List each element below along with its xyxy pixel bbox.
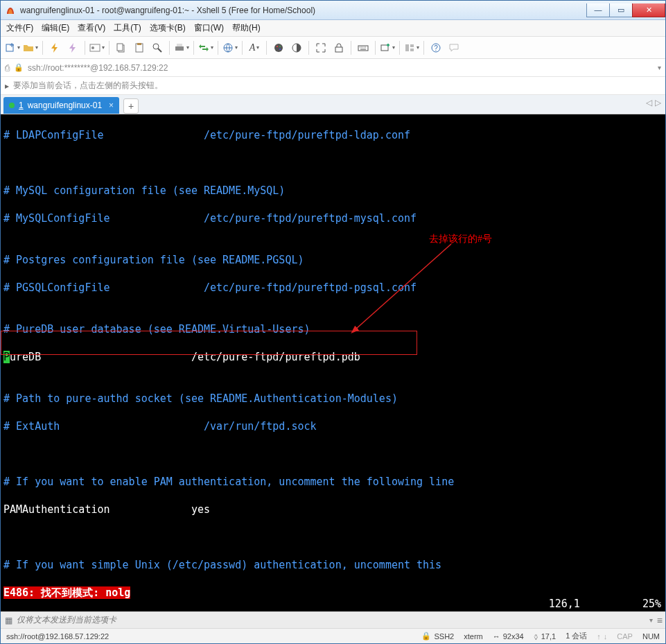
fullscreen-button[interactable]	[313, 40, 328, 55]
newtab-icon	[380, 42, 391, 53]
keyboard-button[interactable]	[356, 40, 371, 55]
status-cap: CAP	[617, 632, 633, 641]
term-line: # If you want to enable PAM authenticati…	[3, 476, 454, 488]
ssh-lock-icon: 🔒	[421, 632, 431, 641]
status-protocol: SSH2	[434, 632, 454, 641]
menu-tools[interactable]: 工具(T)	[114, 22, 141, 34]
hint-bar: ▸ 要添加当前会话，点击左侧的箭头按钮。	[1, 77, 665, 95]
resize-grip-icon[interactable]: ≡	[657, 615, 661, 626]
svg-rect-21	[410, 49, 414, 51]
svg-rect-16	[335, 47, 342, 52]
addr-add-icon[interactable]: ⎙	[5, 63, 10, 73]
title-bar[interactable]: wangruifenglinux-01 - root@wangruifeng-0…	[1, 1, 665, 20]
svg-rect-8	[175, 46, 184, 51]
printer-icon	[174, 42, 185, 53]
menu-window[interactable]: 窗口(W)	[194, 22, 224, 34]
maximize-button[interactable]: ▭	[609, 3, 633, 17]
tab-bar: 1 wangruifenglinux-01 × + ◁ ▷	[1, 95, 665, 114]
address-bar: ⎙ 🔒 ssh://root:********@192.168.57.129:2…	[1, 59, 665, 77]
term-line: # Postgres configuration file (see READM…	[3, 254, 304, 266]
addtab-button[interactable]	[380, 40, 395, 55]
terminal-area[interactable]: # LDAPConfigFile /etc/pure-ftpd/pureftpd…	[1, 114, 665, 611]
addr-lock-icon: 🔒	[14, 63, 24, 72]
svg-point-12	[277, 46, 278, 47]
minimize-button[interactable]: —	[586, 3, 610, 17]
term-line-highlight: PureDB /etc/pure-ftpd/pureftpd.pdb	[3, 351, 360, 363]
lock-button[interactable]	[331, 40, 347, 55]
font-button[interactable]: A	[247, 40, 262, 55]
reconnect-button[interactable]	[47, 40, 62, 55]
tab-next-icon[interactable]: ▷	[655, 98, 661, 107]
folder-icon	[23, 42, 34, 53]
up-icon[interactable]: ↑	[597, 632, 601, 641]
fullscreen-icon	[315, 42, 326, 53]
menu-tabs[interactable]: 选项卡(B)	[150, 22, 186, 34]
svg-point-11	[274, 44, 283, 52]
hint-arrow-icon[interactable]: ▸	[5, 81, 9, 91]
status-num: NUM	[642, 632, 660, 641]
status-size: 92x34	[503, 632, 524, 641]
error-line: E486: 找不到模式: nolg	[3, 586, 130, 599]
svg-point-14	[279, 49, 281, 50]
status-rowcol: 17,1	[541, 632, 556, 641]
status-term: xterm	[464, 632, 483, 641]
svg-rect-19	[405, 44, 409, 51]
theme-button[interactable]	[289, 40, 304, 55]
term-line: # MySQLConfigFile /etc/pure-ftpd/pureftp…	[3, 212, 417, 225]
status-dot-icon	[9, 103, 15, 108]
svg-rect-18	[381, 45, 388, 51]
tab-close-icon[interactable]: ×	[106, 101, 114, 110]
addr-dropdown[interactable]: ▾	[658, 64, 661, 71]
menu-view[interactable]: 查看(V)	[78, 22, 105, 34]
menu-edit[interactable]: 编辑(E)	[42, 22, 69, 34]
annotation-label: 去掉该行的#号	[429, 232, 492, 246]
open-button[interactable]	[23, 40, 38, 55]
svg-point-7	[153, 44, 159, 49]
help-button[interactable]: ?	[428, 40, 444, 55]
paste-icon	[134, 42, 145, 53]
new-tab-button[interactable]: +	[123, 98, 139, 114]
menu-bar: 文件(F) 编辑(E) 查看(V) 工具(T) 选项卡(B) 窗口(W) 帮助(…	[1, 20, 665, 37]
svg-point-2	[91, 46, 94, 49]
term-line: # LDAPConfigFile /etc/pure-ftpd/pureftpd…	[3, 129, 410, 141]
layout-icon	[404, 42, 415, 53]
search-button[interactable]	[150, 40, 165, 55]
vim-status-right: 126,1 25%	[549, 597, 661, 611]
compose-dropdown[interactable]: ▾	[649, 616, 653, 624]
down-icon[interactable]: ↓	[604, 632, 608, 641]
globe-button[interactable]	[222, 40, 238, 55]
colors-button[interactable]	[271, 40, 286, 55]
term-line: # If you want simple Unix (/etc/passwd) …	[3, 559, 441, 571]
tab-label: wangruifenglinux-01	[28, 101, 102, 110]
paste-button[interactable]	[132, 40, 147, 55]
compose-bar: ▦ 仅将文本发送到当前选项卡 ▾ ≡	[1, 611, 665, 628]
layout-button[interactable]	[404, 40, 419, 55]
disconnect-button[interactable]	[65, 40, 80, 55]
session-tab-1[interactable]: 1 wangruifenglinux-01 ×	[3, 97, 119, 114]
vim-percent: 25%	[642, 597, 661, 611]
lock-icon	[333, 42, 344, 53]
term-line: # Path to pure-authd socket (see README.…	[3, 392, 398, 405]
transfer-button[interactable]	[198, 40, 213, 55]
keyboard-icon	[358, 42, 369, 53]
term-line: PAMAuthentication yes	[3, 503, 210, 516]
menu-help[interactable]: 帮助(H)	[232, 22, 261, 34]
compose-input[interactable]: 仅将文本发送到当前选项卡	[17, 614, 645, 626]
profile-button[interactable]	[89, 40, 105, 55]
copy-button[interactable]	[114, 40, 129, 55]
search-icon	[152, 42, 163, 53]
status-connection: ssh://root@192.168.57.129:22	[6, 632, 109, 641]
address-text[interactable]: ssh://root:********@192.168.57.129:22	[28, 63, 654, 73]
menu-file[interactable]: 文件(F)	[6, 22, 33, 34]
close-button[interactable]: ✕	[632, 3, 665, 17]
app-window: wangruifenglinux-01 - root@wangruifeng-0…	[0, 0, 666, 644]
size-icon: ↔	[493, 632, 500, 641]
status-sessions: 1 会话	[566, 631, 587, 641]
tab-prev-icon[interactable]: ◁	[646, 98, 652, 107]
window-title: wangruifenglinux-01 - root@wangruifeng-0…	[20, 6, 587, 15]
print-button[interactable]	[174, 40, 189, 55]
new-session-button[interactable]	[5, 40, 20, 55]
font-icon: A	[249, 42, 256, 53]
new-icon	[5, 42, 16, 53]
comment-button[interactable]	[446, 40, 462, 55]
